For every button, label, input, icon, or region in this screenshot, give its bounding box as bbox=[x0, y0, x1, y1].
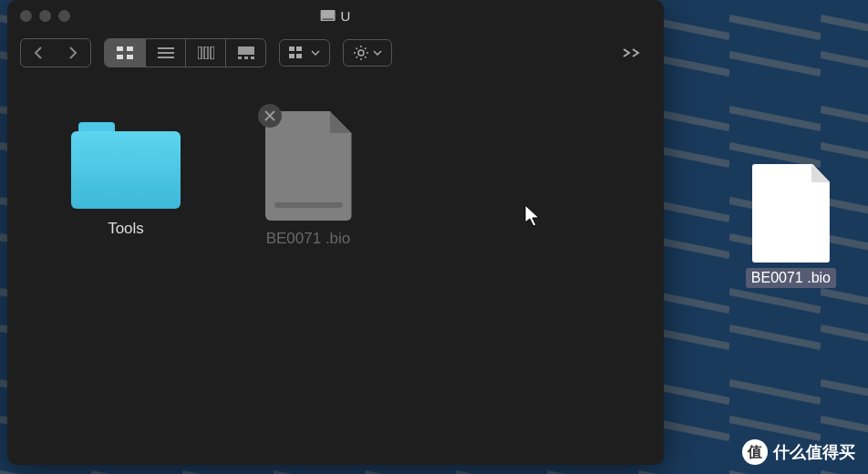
folder-icon bbox=[71, 122, 181, 209]
view-column-button[interactable] bbox=[185, 39, 225, 67]
svg-rect-11 bbox=[238, 57, 242, 59]
svg-rect-3 bbox=[127, 55, 133, 59]
svg-rect-2 bbox=[117, 55, 123, 59]
svg-rect-15 bbox=[296, 46, 302, 51]
toolbar bbox=[7, 31, 664, 75]
chevron-double-right-icon bbox=[622, 47, 642, 58]
folder-item[interactable]: Tools bbox=[53, 111, 199, 248]
svg-rect-12 bbox=[244, 57, 248, 59]
desktop-file[interactable]: BE0071 .bio bbox=[746, 164, 836, 288]
more-button[interactable] bbox=[613, 39, 651, 67]
svg-rect-14 bbox=[289, 46, 294, 51]
remove-badge-icon[interactable] bbox=[258, 104, 282, 128]
back-button[interactable] bbox=[21, 39, 56, 67]
window-title: U bbox=[321, 8, 351, 24]
disk-icon bbox=[321, 10, 336, 21]
file-label: BE0071 .bio bbox=[266, 230, 351, 248]
chevron-down-icon bbox=[311, 50, 320, 56]
watermark-text: 什么值得买 bbox=[773, 441, 855, 463]
group-button[interactable] bbox=[279, 39, 330, 67]
nav-buttons bbox=[20, 38, 91, 67]
minimize-button[interactable] bbox=[39, 10, 51, 22]
svg-point-18 bbox=[358, 50, 364, 56]
view-gallery-button[interactable] bbox=[225, 39, 265, 67]
desktop-file-label: BE0071 .bio bbox=[746, 268, 836, 288]
svg-rect-9 bbox=[211, 46, 214, 59]
file-item[interactable]: BE0071 .bio bbox=[235, 111, 381, 248]
svg-rect-17 bbox=[296, 54, 302, 58]
titlebar: U bbox=[7, 0, 664, 31]
title-text: U bbox=[341, 8, 351, 24]
view-icon-button[interactable] bbox=[105, 39, 145, 67]
document-icon bbox=[752, 164, 830, 263]
zoom-button[interactable] bbox=[58, 10, 70, 22]
traffic-lights bbox=[20, 10, 70, 22]
folder-label: Tools bbox=[108, 220, 144, 238]
svg-rect-1 bbox=[127, 46, 133, 51]
svg-rect-0 bbox=[117, 46, 123, 51]
view-list-button[interactable] bbox=[145, 39, 185, 67]
cursor-icon bbox=[524, 204, 542, 228]
view-switcher bbox=[104, 38, 266, 67]
svg-rect-13 bbox=[251, 57, 254, 59]
close-button[interactable] bbox=[20, 10, 32, 22]
watermark-badge: 值 bbox=[742, 439, 768, 465]
svg-rect-8 bbox=[204, 46, 208, 59]
svg-rect-16 bbox=[289, 54, 294, 58]
gear-icon bbox=[353, 45, 369, 61]
svg-rect-10 bbox=[238, 46, 254, 55]
document-icon bbox=[265, 111, 352, 221]
action-button[interactable] bbox=[343, 39, 392, 67]
svg-rect-7 bbox=[198, 46, 202, 59]
finder-window: U bbox=[7, 0, 664, 465]
file-grid: Tools BE0071 .bio bbox=[7, 75, 664, 284]
watermark: 值 什么值得买 bbox=[742, 439, 855, 465]
chevron-down-icon bbox=[373, 50, 382, 56]
forward-button[interactable] bbox=[56, 39, 90, 67]
